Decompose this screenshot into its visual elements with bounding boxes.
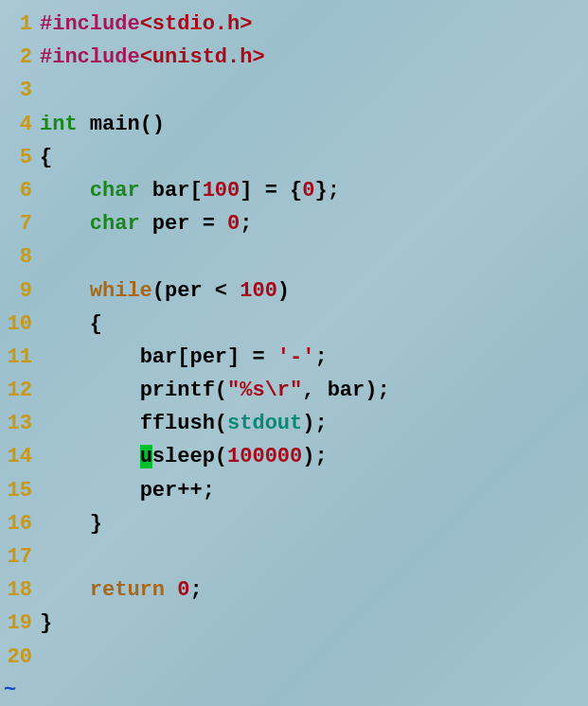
- code-content: }: [40, 507, 588, 540]
- tilde-marker: ~: [0, 674, 16, 706]
- code-content: while(per < 100): [40, 274, 588, 308]
- code-content: {: [40, 308, 588, 341]
- code-line-16: 16 }: [0, 507, 588, 540]
- line-number: 11: [0, 341, 40, 374]
- line-number: 16: [0, 507, 40, 540]
- code-line-7: 7 char per = 0;: [0, 207, 588, 240]
- line-number: 12: [0, 374, 40, 407]
- line-number: 5: [0, 141, 40, 174]
- code-line-17: 17: [0, 540, 588, 574]
- code-content: return 0;: [40, 574, 588, 607]
- line-number: 19: [0, 607, 40, 640]
- code-editor[interactable]: 1 #include<stdio.h> 2 #include<unistd.h>…: [0, 8, 588, 706]
- line-number: 8: [0, 240, 40, 274]
- code-content: [40, 540, 588, 574]
- code-line-10: 10 {: [0, 308, 588, 341]
- end-of-buffer: ~: [0, 674, 588, 706]
- code-content: usleep(100000);: [40, 440, 588, 473]
- code-line-12: 12 printf("%s\r", bar);: [0, 374, 588, 407]
- code-line-3: 3: [0, 74, 588, 107]
- line-number: 14: [0, 440, 40, 473]
- code-line-19: 19 }: [0, 607, 588, 640]
- code-line-1: 1 #include<stdio.h>: [0, 8, 588, 41]
- line-number: 4: [0, 108, 40, 141]
- code-content: bar[per] = '-';: [40, 341, 588, 374]
- code-content: [40, 641, 588, 674]
- code-line-18: 18 return 0;: [0, 574, 588, 607]
- code-line-2: 2 #include<unistd.h>: [0, 41, 588, 74]
- code-content: [40, 74, 588, 107]
- code-line-4: 4 int main(): [0, 108, 588, 141]
- line-number: 6: [0, 174, 40, 207]
- code-line-11: 11 bar[per] = '-';: [0, 341, 588, 374]
- code-content: printf("%s\r", bar);: [40, 374, 588, 407]
- code-content: {: [40, 141, 588, 174]
- line-number: 13: [0, 407, 40, 440]
- cursor: u: [140, 445, 152, 468]
- line-number: 2: [0, 41, 40, 74]
- line-number: 15: [0, 474, 40, 507]
- code-content: }: [40, 607, 588, 640]
- code-content: char bar[100] = {0};: [40, 174, 588, 207]
- code-line-9: 9 while(per < 100): [0, 274, 588, 308]
- code-line-6: 6 char bar[100] = {0};: [0, 174, 588, 207]
- code-content: int main(): [40, 108, 588, 141]
- code-line-13: 13 fflush(stdout);: [0, 407, 588, 440]
- line-number: 17: [0, 540, 40, 574]
- line-number: 3: [0, 74, 40, 107]
- line-number: 9: [0, 274, 40, 308]
- code-content: fflush(stdout);: [40, 407, 588, 440]
- line-number: 10: [0, 308, 40, 341]
- line-number: 18: [0, 574, 40, 607]
- code-line-8: 8: [0, 240, 588, 274]
- code-content: [40, 240, 588, 274]
- line-number: 1: [0, 8, 40, 41]
- line-number: 7: [0, 207, 40, 240]
- code-content: #include<unistd.h>: [40, 41, 588, 74]
- code-content: per++;: [40, 474, 588, 507]
- code-line-14: 14 usleep(100000);: [0, 440, 588, 473]
- code-line-15: 15 per++;: [0, 474, 588, 507]
- code-content: #include<stdio.h>: [40, 8, 588, 41]
- code-line-5: 5 {: [0, 141, 588, 174]
- code-line-20: 20: [0, 641, 588, 674]
- code-content: char per = 0;: [40, 207, 588, 240]
- line-number: 20: [0, 641, 40, 674]
